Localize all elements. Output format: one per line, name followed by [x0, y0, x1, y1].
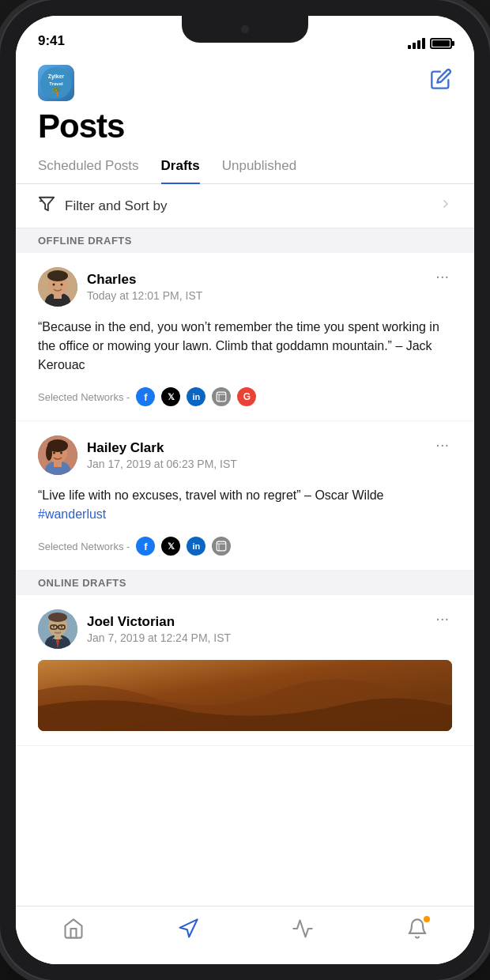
- svg-point-11: [53, 284, 55, 286]
- author-name-charles: Charles: [87, 272, 202, 288]
- nav-posts[interactable]: [161, 914, 215, 948]
- svg-marker-4: [40, 198, 54, 211]
- nav-activity[interactable]: [276, 914, 330, 948]
- phone-screen: 9:41: [16, 16, 474, 964]
- app-content: Zylker Travel 🌴 Posts: [16, 55, 474, 964]
- author-info-charles: Charles Today at 12:01 PM, IST: [87, 272, 202, 302]
- battery-fill: [432, 40, 450, 47]
- network-facebook-hailey: f: [136, 537, 155, 556]
- signal-bar-1: [408, 45, 411, 49]
- post-card-joel: Joel Victorian Jan 7, 2019 at 12:24 PM, …: [16, 595, 474, 746]
- svg-point-23: [60, 452, 62, 454]
- more-options-joel[interactable]: ···: [432, 609, 452, 628]
- signal-bar-2: [413, 43, 416, 49]
- svg-point-22: [53, 452, 55, 454]
- battery-icon: [430, 38, 452, 49]
- filter-chevron-icon: [439, 198, 452, 214]
- more-options-hailey[interactable]: ···: [432, 435, 452, 454]
- network-x-charles: 𝕏: [161, 387, 180, 406]
- author-info-joel: Joel Victorian Jan 7, 2019 at 12:24 PM, …: [87, 614, 231, 644]
- author-time-charles: Today at 12:01 PM, IST: [87, 289, 202, 302]
- svg-rect-24: [217, 541, 226, 551]
- bottom-nav: [16, 906, 474, 964]
- brand-logo: Zylker Travel 🌴: [38, 65, 74, 101]
- svg-point-34: [48, 612, 67, 622]
- svg-text:Zylker: Zylker: [48, 74, 65, 80]
- edit-post-button[interactable]: [430, 65, 452, 95]
- post-header-hailey: Hailey Clark Jan 17, 2019 at 06:23 PM, I…: [38, 435, 452, 475]
- svg-point-38: [53, 626, 55, 628]
- megaphone-icon: [177, 918, 199, 945]
- network-facebook-charles: f: [136, 387, 155, 406]
- activity-icon: [292, 918, 314, 945]
- nav-home[interactable]: [47, 914, 100, 948]
- bell-icon: [406, 918, 428, 945]
- phone-frame: 9:41: [0, 0, 490, 980]
- tabs-container: Scheduled Posts Drafts Unpublished: [16, 149, 474, 184]
- app-header: Zylker Travel 🌴: [16, 55, 474, 101]
- svg-text:🌴: 🌴: [51, 85, 62, 96]
- post-header-joel: Joel Victorian Jan 7, 2019 at 12:24 PM, …: [38, 609, 452, 649]
- page-title: Posts: [16, 101, 474, 149]
- author-name-hailey: Hailey Clark: [87, 440, 237, 456]
- networks-label-charles: Selected Networks -: [38, 391, 130, 403]
- tab-scheduled-posts[interactable]: Scheduled Posts: [38, 149, 139, 183]
- author-name-joel: Joel Victorian: [87, 614, 231, 630]
- nav-notifications[interactable]: [390, 914, 444, 948]
- section-online-drafts: ONLINE DRAFTS: [16, 571, 474, 595]
- filter-icon: [38, 195, 55, 217]
- camera-dot: [241, 25, 249, 33]
- svg-point-39: [61, 626, 62, 628]
- avatar-hailey: [38, 435, 77, 475]
- avatar-joel: [38, 609, 77, 649]
- post-header-charles: Charles Today at 12:01 PM, IST ···: [38, 267, 452, 307]
- post-image-joel: [38, 660, 452, 731]
- filter-bar[interactable]: Filter and Sort by: [16, 184, 474, 228]
- notch: [182, 16, 308, 43]
- tab-unpublished[interactable]: Unpublished: [222, 149, 297, 183]
- signal-bar-4: [422, 38, 425, 49]
- post-author-charles: Charles Today at 12:01 PM, IST: [38, 267, 202, 307]
- hashtag-wanderlust: #wanderlust: [38, 507, 106, 521]
- status-time: 9:41: [38, 33, 65, 49]
- networks-charles: Selected Networks - f 𝕏 in G: [38, 387, 452, 406]
- home-icon: [62, 918, 85, 945]
- author-time-hailey: Jan 17, 2019 at 06:23 PM, IST: [87, 458, 237, 470]
- author-info-hailey: Hailey Clark Jan 17, 2019 at 06:23 PM, I…: [87, 440, 237, 470]
- svg-point-10: [47, 270, 68, 281]
- status-icons: [408, 38, 452, 49]
- section-offline-drafts: OFFLINE DRAFTS: [16, 228, 474, 253]
- more-options-charles[interactable]: ···: [432, 267, 452, 285]
- tab-drafts[interactable]: Drafts: [161, 149, 200, 183]
- avatar-charles: [38, 267, 77, 307]
- signal-bars: [408, 38, 425, 49]
- author-time-joel: Jan 7, 2019 at 12:24 PM, IST: [87, 631, 231, 644]
- network-google-my-charles: [212, 387, 231, 406]
- svg-rect-13: [217, 392, 226, 401]
- post-card-charles: Charles Today at 12:01 PM, IST ··· “Beca…: [16, 253, 474, 421]
- networks-hailey: Selected Networks - f 𝕏 in: [38, 537, 452, 556]
- network-x-hailey: 𝕏: [161, 537, 180, 556]
- network-linkedin-charles: in: [187, 387, 205, 406]
- network-google-charles: G: [237, 387, 256, 406]
- network-linkedin-hailey: in: [187, 537, 205, 556]
- networks-label-hailey: Selected Networks -: [38, 541, 130, 552]
- post-card-hailey: Hailey Clark Jan 17, 2019 at 06:23 PM, I…: [16, 421, 474, 571]
- post-content-hailey: “Live life with no excuses, travel with …: [38, 486, 452, 524]
- network-google-my-hailey: [212, 537, 231, 556]
- logo-image: Zylker Travel 🌴: [38, 65, 74, 101]
- svg-point-21: [46, 445, 52, 461]
- post-author-hailey: Hailey Clark Jan 17, 2019 at 06:23 PM, I…: [38, 435, 237, 475]
- post-author-joel: Joel Victorian Jan 7, 2019 at 12:24 PM, …: [38, 609, 231, 649]
- signal-bar-3: [417, 40, 420, 49]
- filter-label: Filter and Sort by: [65, 198, 439, 214]
- notification-badge: [424, 916, 430, 922]
- svg-point-12: [61, 284, 63, 286]
- scroll-area[interactable]: OFFLINE DRAFTS: [16, 228, 474, 906]
- post-content-charles: “Because in the end, you won’t remember …: [38, 318, 452, 375]
